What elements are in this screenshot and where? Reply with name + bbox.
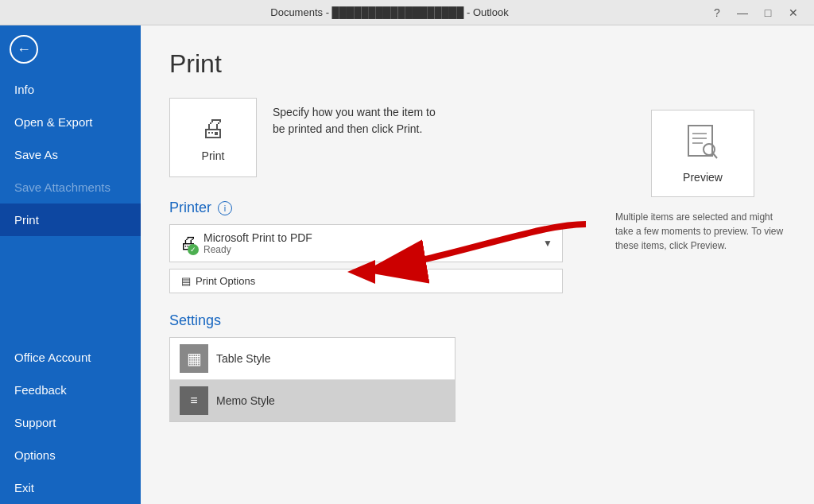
close-button[interactable]: ✕	[782, 2, 804, 24]
preview-doc-icon	[687, 124, 719, 162]
preview-label: Preview	[683, 171, 723, 184]
titlebar-title: Documents - ██████████████████ - Outlook	[73, 6, 706, 18]
sidebar-item-feedback[interactable]: Feedback	[0, 374, 141, 406]
print-options-label: Print Options	[196, 275, 255, 287]
preview-button[interactable]: Preview	[651, 110, 754, 197]
app-body: ← Info Open & Export Save As Save Attach…	[0, 25, 814, 504]
print-options-icon: ▤	[181, 275, 191, 287]
printer-dropdown-arrow: ▼	[543, 238, 552, 249]
svg-rect-2	[688, 126, 712, 156]
settings-item-memo-style[interactable]: ≡ Memo Style	[170, 380, 455, 421]
settings-section-header: Settings	[169, 312, 563, 329]
sidebar-item-exit[interactable]: Exit	[0, 471, 141, 504]
table-style-icon: ▦	[180, 344, 208, 373]
settings-section-label: Settings	[169, 312, 221, 329]
help-button[interactable]: ?	[706, 2, 728, 24]
printer-name: Microsoft Print to PDF	[204, 231, 543, 244]
print-button-label: Print	[202, 149, 225, 162]
minimize-button[interactable]: —	[731, 2, 754, 24]
titlebar: Documents - ██████████████████ - Outlook…	[0, 0, 814, 25]
printer-section-label: Printer	[169, 200, 211, 216]
back-button[interactable]: ←	[0, 25, 48, 73]
print-options-button[interactable]: ▤ Print Options	[169, 269, 563, 293]
sidebar-item-info[interactable]: Info	[0, 73, 141, 106]
settings-item-table-style[interactable]: ▦ Table Style	[170, 338, 455, 380]
sidebar-item-save-as[interactable]: Save As	[0, 138, 141, 171]
printer-icon-dropdown: 🖨 ✓	[180, 233, 197, 254]
print-button[interactable]: 🖨 Print	[169, 98, 257, 177]
printer-status: Ready	[204, 244, 543, 255]
svg-line-7	[713, 153, 717, 158]
printer-dropdown[interactable]: 🖨 ✓ Microsoft Print to PDF Ready ▼	[169, 224, 563, 262]
back-icon: ←	[10, 35, 38, 64]
maximize-button[interactable]: □	[757, 2, 779, 24]
printer-icon: 🖨	[200, 114, 226, 143]
print-section: 🖨 Print Specify how you want the item to…	[169, 98, 563, 177]
sidebar-item-options[interactable]: Options	[0, 439, 141, 471]
main-content: Print 🖨 Print Specify how you want the i…	[141, 25, 591, 504]
table-style-label: Table Style	[216, 352, 270, 365]
preview-panel: Preview Multiple items are selected and …	[591, 25, 814, 504]
memo-style-icon: ≡	[180, 386, 208, 415]
printer-info: Microsoft Print to PDF Ready	[204, 231, 543, 255]
printer-ready-check: ✓	[188, 244, 199, 255]
sidebar-item-print[interactable]: Print	[0, 204, 141, 236]
memo-style-label: Memo Style	[216, 394, 275, 407]
printer-section-header: Printer i	[169, 200, 563, 216]
preview-text: Multiple items are selected and might ta…	[615, 210, 790, 253]
page-title: Print	[169, 49, 563, 79]
sidebar-item-office-account[interactable]: Office Account	[0, 341, 141, 374]
sidebar: ← Info Open & Export Save As Save Attach…	[0, 25, 141, 504]
sidebar-item-save-attachments: Save Attachments	[0, 171, 141, 204]
sidebar-item-open-export[interactable]: Open & Export	[0, 106, 141, 138]
sidebar-item-support[interactable]: Support	[0, 406, 141, 439]
printer-info-icon[interactable]: i	[218, 201, 232, 215]
settings-list: ▦ Table Style ≡ Memo Style	[169, 337, 455, 422]
print-description: Specify how you want the item to be prin…	[273, 98, 448, 138]
titlebar-controls: ? — □ ✕	[706, 2, 804, 24]
